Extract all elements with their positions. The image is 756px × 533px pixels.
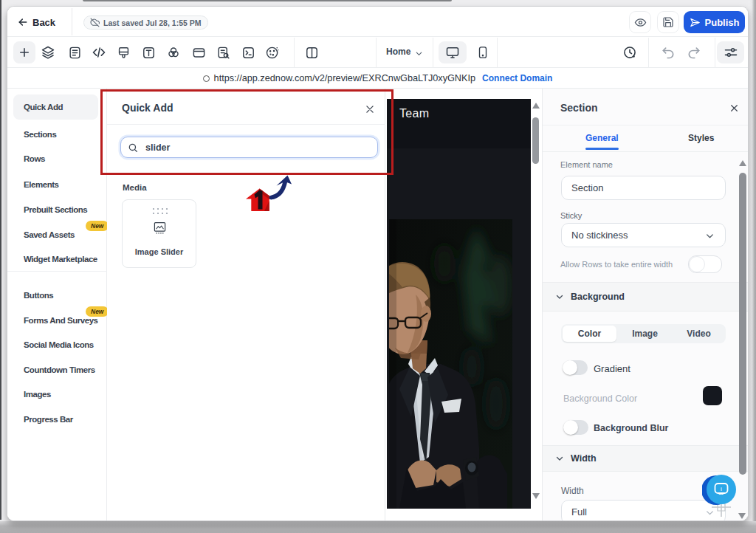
svg-text:i: i [721,486,722,492]
